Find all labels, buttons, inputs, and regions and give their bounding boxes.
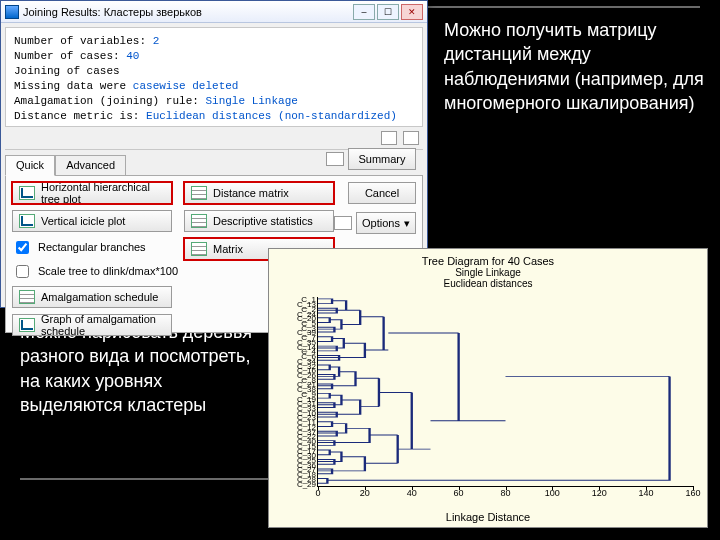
vertical-icicle-button[interactable]: Vertical icicle plot [12, 210, 172, 232]
minimize-button[interactable]: – [353, 4, 375, 20]
tab-advanced[interactable]: Advanced [55, 155, 126, 176]
x-tick: 20 [360, 486, 370, 498]
amalgamation-schedule-button[interactable]: Amalgamation schedule [12, 286, 172, 308]
y-tick: C_29 [297, 479, 318, 488]
x-tick: 140 [639, 486, 654, 498]
graph-amalgamation-button[interactable]: Graph of amalgamation schedule [12, 314, 172, 336]
summary-button[interactable]: Summary [348, 148, 416, 170]
x-axis-label: Linkage Distance [269, 511, 707, 523]
options-button[interactable]: Options ▾ [356, 212, 416, 234]
matrix2-icon [191, 242, 207, 256]
tree-icon [19, 186, 35, 200]
options-label: Options [362, 217, 400, 229]
rectangular-branches-checkbox[interactable]: Rectangular branches [12, 238, 178, 256]
x-tick: 160 [685, 486, 700, 498]
annotation-right: Можно получить матрицу дистанций между н… [444, 18, 704, 115]
distance-matrix-button[interactable]: Distance matrix [184, 182, 334, 204]
results-summary-pane: Number of variables: 2 Number of cases: … [5, 27, 423, 127]
options-icon [334, 216, 352, 230]
titlebar[interactable]: Joining Results: Кластеры зверьков – ☐ ✕ [1, 1, 427, 23]
stats-icon [191, 214, 207, 228]
chevron-down-icon: ▾ [404, 217, 410, 230]
descriptive-stats-label: Descriptive statistics [213, 215, 313, 227]
distance-matrix-label: Distance matrix [213, 187, 289, 199]
scale-tree-input[interactable] [16, 265, 29, 278]
graph-icon [19, 318, 35, 332]
descriptive-stats-button[interactable]: Descriptive statistics [184, 210, 334, 232]
plot-subtitle-2: Euclidean distances [269, 278, 707, 289]
help-icon[interactable] [403, 131, 419, 145]
plot-area: 020406080100120140160C_1C_13C_2C_24C_20C… [317, 297, 693, 487]
x-tick: 40 [407, 486, 417, 498]
matrix-label: Matrix [213, 243, 243, 255]
scale-tree-label: Scale tree to dlink/dmax*100 [38, 265, 178, 277]
summary-icon [326, 152, 344, 166]
x-tick: 120 [592, 486, 607, 498]
grid-icon [19, 290, 35, 304]
matrix-icon [191, 186, 207, 200]
tree-diagram-window: Tree Diagram for 40 Cases Single Linkage… [268, 248, 708, 528]
x-tick: 60 [454, 486, 464, 498]
amalgamation-label: Amalgamation schedule [41, 291, 158, 303]
x-tick: 80 [500, 486, 510, 498]
maximize-button[interactable]: ☐ [377, 4, 399, 20]
app-icon [5, 5, 19, 19]
cancel-button[interactable]: Cancel [348, 182, 416, 204]
horizontal-tree-label: Horizontal hierarchical tree plot [41, 181, 165, 205]
rectangular-branches-label: Rectangular branches [38, 241, 146, 253]
horizontal-tree-button[interactable]: Horizontal hierarchical tree plot [12, 182, 172, 204]
tab-quick[interactable]: Quick [5, 155, 55, 176]
copy-icon[interactable] [381, 131, 397, 145]
dendrogram-svg [318, 297, 693, 486]
plot-subtitle-1: Single Linkage [269, 267, 707, 278]
window-title: Joining Results: Кластеры зверьков [23, 6, 202, 18]
graph-amalgamation-label: Graph of amalgamation schedule [41, 313, 165, 337]
close-button[interactable]: ✕ [401, 4, 423, 20]
rectangular-branches-input[interactable] [16, 241, 29, 254]
icicle-icon [19, 214, 35, 228]
x-tick: 100 [545, 486, 560, 498]
scale-tree-checkbox[interactable]: Scale tree to dlink/dmax*100 [12, 262, 178, 280]
vertical-icicle-label: Vertical icicle plot [41, 215, 125, 227]
plot-title: Tree Diagram for 40 Cases [269, 249, 707, 267]
